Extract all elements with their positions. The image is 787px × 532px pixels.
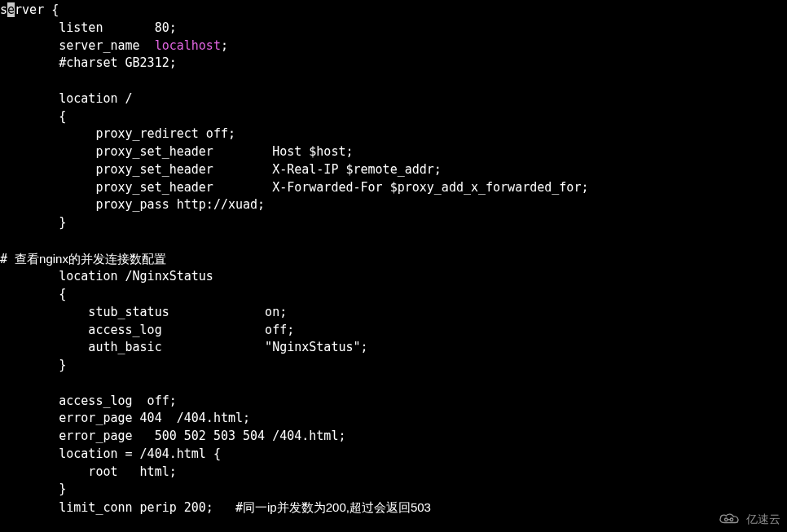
line-26: location = /404.html {: [0, 446, 221, 461]
watermark-text: 亿速云: [746, 511, 780, 527]
chinese-comment-1: 查看nginx的并发连接数配置: [15, 252, 166, 266]
line-29: limit_conn perip 200; #同一ip并发数为200,超过会返回…: [0, 500, 431, 515]
code-editor[interactable]: server { listen 80; server_name localhos…: [0, 0, 787, 532]
line-8: proxy_redirect off;: [0, 126, 235, 141]
line-15: # 查看nginx的并发连接数配置: [0, 252, 166, 266]
line-28: }: [0, 481, 66, 496]
line-17: {: [0, 287, 66, 301]
line-24: error_page 404 /404.html;: [0, 411, 250, 425]
line-19: access_log off;: [0, 323, 294, 337]
line-13: }: [0, 215, 66, 230]
svg-point-1: [730, 518, 732, 521]
line-4: #charset GB2312;: [0, 55, 177, 70]
chinese-comment-2: 同一ip并发数为200,超过会返回503: [243, 500, 431, 514]
line-12: proxy_pass http://xuad;: [0, 197, 265, 212]
line-10: proxy_set_header X-Real-IP $remote_addr;: [0, 162, 442, 177]
line-18: stub_status on;: [0, 305, 287, 319]
line-20: auth_basic "NginxStatus";: [0, 340, 368, 354]
cloud-icon: [717, 512, 741, 526]
cursor: e: [7, 2, 15, 17]
line-23: access_log off;: [0, 394, 177, 408]
line-2: listen 80;: [0, 20, 177, 35]
line-3: server_name localhost;: [0, 38, 228, 53]
line-7: {: [0, 109, 66, 124]
line-25: error_page 500 502 503 504 /404.html;: [0, 429, 345, 443]
localhost-keyword: localhost: [155, 38, 221, 53]
watermark: 亿速云: [717, 511, 780, 527]
svg-point-0: [725, 518, 728, 521]
line-21: }: [0, 358, 66, 372]
line-1: server {: [0, 2, 59, 17]
line-6: location /: [0, 91, 133, 106]
line-11: proxy_set_header X-Forwarded-For $proxy_…: [0, 180, 588, 195]
line-27: root html;: [0, 464, 177, 479]
line-16: location /NginxStatus: [0, 269, 213, 284]
line-9: proxy_set_header Host $host;: [0, 144, 353, 159]
